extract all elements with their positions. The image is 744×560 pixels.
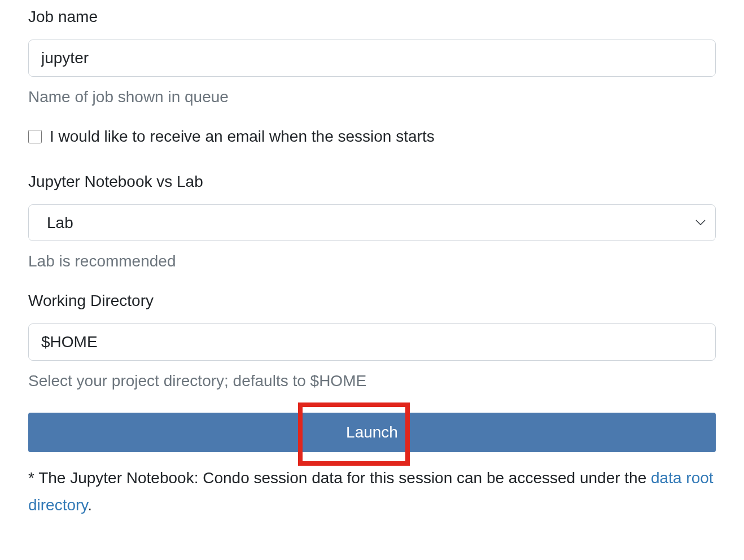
- mode-group: Jupyter Notebook vs Lab Lab Lab is recom…: [28, 173, 716, 270]
- email-notify-row: I would like to receive an email when th…: [28, 128, 716, 146]
- mode-select[interactable]: Lab: [28, 204, 716, 241]
- mode-select-wrapper: Lab: [28, 204, 716, 241]
- job-name-help: Name of job shown in queue: [28, 88, 716, 106]
- launch-wrapper: Launch: [28, 413, 716, 452]
- working-dir-help: Select your project directory; defaults …: [28, 372, 716, 390]
- mode-help: Lab is recommended: [28, 252, 716, 270]
- job-name-group: Job name Name of job shown in queue: [28, 8, 716, 106]
- mode-label: Jupyter Notebook vs Lab: [28, 173, 716, 191]
- email-notify-label[interactable]: I would like to receive an email when th…: [50, 128, 435, 146]
- working-dir-input[interactable]: [28, 323, 716, 361]
- footnote-prefix: * The Jupyter Notebook: Condo session da…: [28, 469, 651, 487]
- footnote-suffix: .: [87, 496, 92, 514]
- footnote: * The Jupyter Notebook: Condo session da…: [28, 465, 716, 518]
- job-name-label: Job name: [28, 8, 716, 26]
- email-notify-checkbox[interactable]: [28, 130, 42, 143]
- working-dir-group: Working Directory Select your project di…: [28, 292, 716, 390]
- job-name-input[interactable]: [28, 40, 716, 77]
- working-dir-label: Working Directory: [28, 292, 716, 310]
- launch-button[interactable]: Launch: [28, 413, 716, 452]
